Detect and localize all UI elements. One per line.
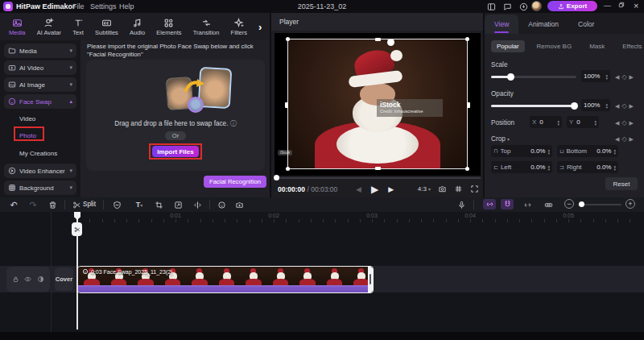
timeline-zoom-slider[interactable] [578,204,621,205]
tab-elements[interactable]: Elements [151,14,187,39]
play-icon[interactable]: ▶ [371,184,378,195]
sidebar-item-ai-video[interactable]: AI Video▾ [4,60,76,75]
scale-value-box[interactable]: 100% ▴▾ [581,70,610,82]
text-tool-icon[interactable]: T▾ [130,199,148,210]
spinner-icon[interactable]: ▴▾ [557,119,559,126]
fullscreen-icon[interactable] [470,185,479,193]
fit-timeline-icon[interactable] [543,199,554,210]
unlink-icon[interactable] [522,199,533,210]
resize-handle-sw[interactable] [286,167,290,171]
mirror-flip-icon[interactable] [192,199,203,210]
tab-media[interactable]: Media [3,14,31,39]
subtab-remove-bg[interactable]: Remove BG [531,40,578,52]
eye-icon[interactable] [24,276,31,283]
camera-add-icon[interactable] [233,199,245,210]
spinner-icon[interactable]: ▴▾ [594,119,597,126]
grid-icon[interactable] [454,185,463,193]
tab-subtitles[interactable]: Subtitles [89,14,124,39]
export-button[interactable]: Export [547,1,597,11]
spinner-icon[interactable]: ▴▾ [547,164,550,171]
cover-button[interactable]: Cover [55,267,73,291]
tab-view[interactable]: View [485,15,518,34]
scale-keyframe-controls[interactable]: ◀◇▶ [615,73,634,81]
lock-icon[interactable] [12,276,19,283]
sidebar-item-background[interactable]: Background▾ [4,180,76,195]
prev-frame-icon[interactable]: ◀ [356,185,361,193]
user-avatar[interactable] [531,1,542,11]
link-clips-icon[interactable] [483,199,496,209]
mask-tool-icon[interactable] [111,199,122,210]
info-icon[interactable]: ⓘ [230,120,237,127]
opacity-slider-thumb[interactable] [571,102,578,110]
position-y-box[interactable]: Y 0 ▴▾ [567,116,599,128]
snapshot-icon[interactable] [438,185,447,193]
tab-transition[interactable]: Transition [188,14,225,39]
subtab-popular[interactable]: Popular [491,40,525,52]
resize-handle-n[interactable] [375,38,381,41]
resize-handle-w[interactable] [285,102,288,108]
sidebar-subitem-my-creations[interactable]: My Creations [19,147,57,159]
opacity-value-box[interactable]: 100% ▴▾ [581,99,610,111]
feedback-icon[interactable] [502,2,513,12]
tab-ai-avatar[interactable]: AI Avatar [31,14,67,39]
next-frame-icon[interactable]: ▶ [388,185,394,193]
crop-left-box[interactable]: ⊏ Left 0.0% ▴▾ [491,161,552,173]
drop-zone[interactable]: Drag and drop a file here to swap face. … [86,60,265,171]
resize-handle-se[interactable] [465,167,469,171]
resize-handle-ne[interactable] [465,37,469,41]
tab-animation[interactable]: Animation [518,15,568,34]
subtab-effects[interactable]: Effects [617,40,644,52]
crop-keyframe-controls[interactable]: ◀◇▶ [615,135,634,143]
spinner-icon[interactable]: ▴▾ [613,148,616,155]
close-button[interactable]: × [634,2,638,10]
sidebar-subitem-video[interactable]: Video [19,113,35,124]
reset-button[interactable]: Reset [605,177,638,190]
spinner-icon[interactable]: ▴▾ [605,73,608,80]
tab-audio[interactable]: Audio [124,14,151,39]
aspect-ratio-select[interactable]: 4:3 ▾ [418,185,431,193]
export-frame-icon[interactable] [172,199,184,210]
position-keyframe-controls[interactable]: ◀◇▶ [615,119,634,126]
crop-tool-icon[interactable] [153,199,164,210]
ribbon-expand-icon[interactable]: › [253,16,267,37]
rotate-handle[interactable] [387,39,394,46]
clip-trim-handle-right[interactable] [368,267,373,292]
zoom-in-icon[interactable]: + [625,199,635,209]
selection-box[interactable] [287,39,468,169]
microphone-icon[interactable] [456,199,467,210]
magnet-snap-icon[interactable] [501,199,514,209]
opacity-keyframe-controls[interactable]: ◀◇▶ [615,102,634,110]
playhead-head[interactable] [74,212,80,220]
scale-slider-thumb[interactable] [507,73,514,81]
spinner-icon[interactable]: ▴▾ [547,148,550,155]
split-label[interactable]: Split [83,201,96,208]
timeline-zoom-thumb[interactable] [579,201,584,207]
position-x-box[interactable]: X 0 ▴▾ [530,116,562,128]
redo-icon[interactable]: ↷ [27,199,39,210]
split-icon[interactable] [71,199,82,210]
tab-text[interactable]: Text [67,14,89,39]
crop-top-box[interactable]: ⊓ Top 0.0% ▴▾ [491,145,552,157]
crop-right-box[interactable]: ⊐ Right 0.0% ▴▾ [557,161,618,173]
subtab-mask[interactable]: Mask [584,40,610,52]
opacity-slider[interactable] [491,105,576,107]
timeline-clip[interactable]: 0:03 Face Swap_2025_11_23(2) [77,266,374,293]
playhead-split-tag[interactable] [72,222,82,236]
sidebar-item-face-swap[interactable]: Face Swap▴ [4,94,76,109]
spinner-icon[interactable]: ▴▾ [613,164,616,171]
resize-handle-s[interactable] [375,167,381,170]
spinner-icon[interactable]: ▴▾ [605,102,608,109]
resize-handle-nw[interactable] [286,37,290,41]
sidebar-item-media[interactable]: Media▾ [4,44,76,58]
tab-color[interactable]: Color [568,15,604,34]
restore-button[interactable] [618,2,625,10]
delete-icon[interactable] [47,199,58,210]
sidebar-item-video-enhancer[interactable]: Video Enhancer▾ [4,164,76,178]
progress-handle[interactable] [274,175,279,180]
sidebar-item-ai-image[interactable]: AI Image▾ [4,77,76,92]
player-progress-bar[interactable] [275,177,481,179]
tab-filters[interactable]: Filters [225,14,253,39]
zoom-out-icon[interactable]: − [564,199,574,209]
crop-bottom-box[interactable]: ⊔ Bottom 0.0% ▴▾ [557,145,618,157]
minimize-button[interactable]: — [604,2,611,10]
